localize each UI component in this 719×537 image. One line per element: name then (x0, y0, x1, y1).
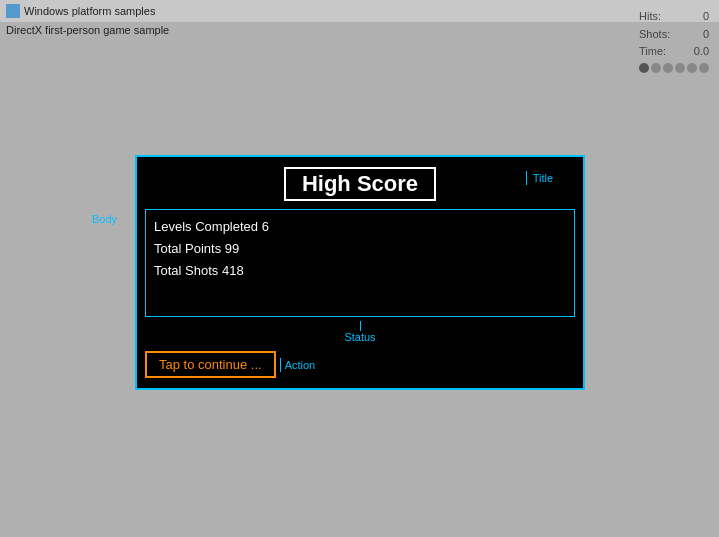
status-area: Status (137, 321, 583, 343)
body-line-3: Total Shots 418 (154, 260, 566, 282)
status-line (360, 321, 361, 331)
title-annotation: Title (526, 171, 553, 185)
dialog-action-area: Tap to continue ... Action (145, 351, 575, 378)
app-icon (6, 4, 20, 18)
time-value: 0.0 (694, 43, 709, 61)
dialog-title-area: High Score Title (137, 157, 583, 209)
hud-panel: Hits: 0 Shots: 0 Time: 0.0 (639, 8, 709, 73)
hud-icon-5 (687, 63, 697, 73)
hud-shots-row: Shots: 0 (639, 26, 709, 44)
title-bar: Windows platform samples (0, 0, 719, 22)
high-score-dialog: High Score Title Body Levels Completed 6… (135, 155, 585, 390)
body-annotation: Body (92, 213, 117, 225)
hud-time-row: Time: 0.0 (639, 43, 709, 61)
hud-icon-6 (699, 63, 709, 73)
hud-icon-2 (651, 63, 661, 73)
body-line-1: Levels Completed 6 (154, 216, 566, 238)
action-annotation: Action (280, 358, 316, 372)
dialog-title: High Score (284, 167, 436, 201)
hits-label: Hits: (639, 8, 661, 26)
game-subtitle: DirectX first-person game sample (6, 24, 169, 36)
app-title: Windows platform samples (24, 5, 155, 17)
hud-icon-4 (675, 63, 685, 73)
hits-value: 0 (703, 8, 709, 26)
status-annotation: Status (344, 331, 375, 343)
shots-label: Shots: (639, 26, 670, 44)
tap-to-continue-button[interactable]: Tap to continue ... (145, 351, 276, 378)
hud-icon-1 (639, 63, 649, 73)
hud-icon-3 (663, 63, 673, 73)
hud-hits-row: Hits: 0 (639, 8, 709, 26)
dialog-body: Levels Completed 6 Total Points 99 Total… (145, 209, 575, 317)
time-label: Time: (639, 43, 666, 61)
shots-value: 0 (703, 26, 709, 44)
body-line-2: Total Points 99 (154, 238, 566, 260)
hud-icons (639, 63, 709, 73)
